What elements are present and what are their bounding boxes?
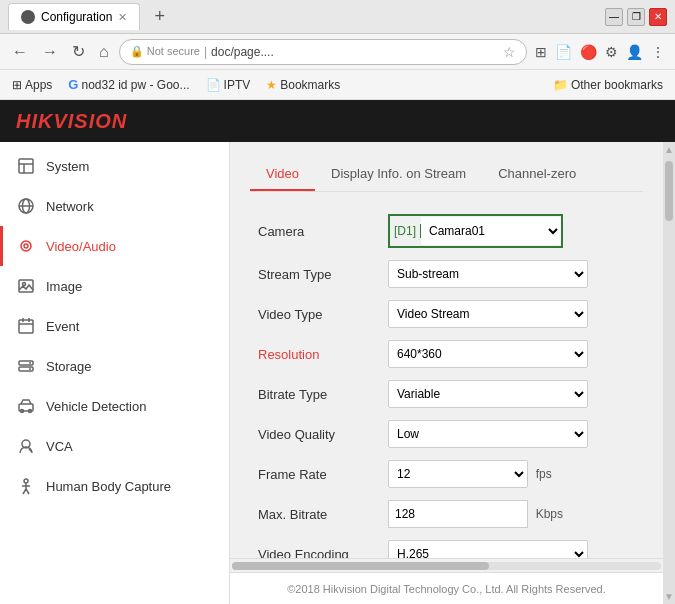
frame-rate-value: 12 fps [380,454,643,494]
tab-video[interactable]: Video [250,158,315,191]
tab-display-info[interactable]: Display Info. on Stream [315,158,482,191]
event-icon [16,316,36,336]
title-bar: Configuration ✕ + — ❐ ✕ [0,0,675,34]
sidebar-item-system[interactable]: System [0,146,229,186]
bookmark-google[interactable]: G nod32 id pw - Goo... [64,75,193,94]
bookmark-apps[interactable]: ⊞ Apps [8,76,56,94]
resolution-row: Resolution 640*360 [250,334,643,374]
resolution-select[interactable]: 640*360 [388,340,588,368]
sidebar-storage-label: Storage [46,359,92,374]
resolution-label: Resolution [250,334,380,374]
svg-line-27 [26,489,29,494]
extension-icon-4[interactable]: ⚙ [603,42,620,62]
hscroll-track [232,562,661,570]
sidebar-item-storage[interactable]: Storage [0,346,229,386]
network-icon [16,196,36,216]
image-icon [16,276,36,296]
camera-d1-label: [D1] [390,224,421,238]
stream-type-row: Stream Type Sub-stream [250,254,643,294]
content-area: Video Display Info. on Stream Channel-ze… [230,142,663,604]
video-quality-value: Low [380,414,643,454]
bitrate-type-label: Bitrate Type [250,374,380,414]
browser-tab[interactable]: Configuration ✕ [8,3,140,30]
scroll-up-arrow[interactable]: ▲ [664,144,674,155]
kbps-label: Kbps [536,507,563,521]
tab-channel-zero[interactable]: Channel-zero [482,158,592,191]
address-bar[interactable]: 🔒 Not secure | doc/page.... ☆ [119,39,527,65]
stream-type-value: Sub-stream [380,254,643,294]
video-encoding-value: H.265 [380,534,643,558]
svg-point-17 [29,368,31,370]
scroll-area: Video Display Info. on Stream Channel-ze… [230,142,663,558]
svg-point-7 [24,244,28,248]
bookmark-bookmarks-label: Bookmarks [280,78,340,92]
hikvision-logo: HIKVISION [16,110,127,133]
svg-point-16 [29,362,31,364]
sidebar-vehicle-label: Vehicle Detection [46,399,146,414]
extension-icon-3[interactable]: 🔴 [578,42,599,62]
bookmark-star-icon[interactable]: ☆ [503,44,516,60]
minimize-button[interactable]: — [605,8,623,26]
nav-icons: ⊞ 📄 🔴 ⚙ 👤 ⋮ [533,42,667,62]
user-icon[interactable]: 👤 [624,42,645,62]
address-text: doc/page.... [211,45,274,59]
video-quality-select[interactable]: Low [388,420,588,448]
frame-rate-select[interactable]: 12 [388,460,528,488]
video-type-row: Video Type Video Stream [250,294,643,334]
sidebar-item-image[interactable]: Image [0,266,229,306]
camera-value: [D1] Camara01 [380,208,643,254]
video-type-label: Video Type [250,294,380,334]
max-bitrate-input[interactable] [388,500,528,528]
video-encoding-select[interactable]: H.265 [388,540,588,558]
bookmark-other[interactable]: 📁 Other bookmarks [549,76,667,94]
sidebar-item-event[interactable]: Event [0,306,229,346]
sidebar-item-human-body[interactable]: Human Body Capture [0,466,229,506]
tab-favicon [21,10,35,24]
close-button[interactable]: ✕ [649,8,667,26]
menu-icon[interactable]: ⋮ [649,42,667,62]
folder-icon: 📁 [553,78,568,92]
camera-row: Camera [D1] Camara01 [250,208,643,254]
camera-label: Camera [250,208,380,254]
scroll-thumb[interactable] [665,161,673,221]
extension-icon-2[interactable]: 📄 [553,42,574,62]
sidebar-human-label: Human Body Capture [46,479,171,494]
tab-close-button[interactable]: ✕ [118,11,127,24]
video-encoding-row: Video Encoding H.265 [250,534,643,558]
vehicle-icon [16,396,36,416]
sidebar-item-video-audio[interactable]: Video/Audio [0,226,229,266]
horizontal-scrollbar[interactable] [230,558,663,572]
svg-line-26 [23,489,26,494]
main-area: System Network Video/Audio [0,142,675,604]
svg-rect-0 [19,159,33,173]
scroll-down-arrow[interactable]: ▼ [664,591,674,602]
sidebar-item-vehicle-detection[interactable]: Vehicle Detection [0,386,229,426]
settings-form: Camera [D1] Camara01 [250,208,643,558]
sidebar-item-network[interactable]: Network [0,186,229,226]
system-icon [16,156,36,176]
maximize-button[interactable]: ❐ [627,8,645,26]
sidebar-video-audio-label: Video/Audio [46,239,116,254]
back-button[interactable]: ← [8,41,32,63]
vertical-scrollbar[interactable]: ▲ ▼ [663,142,675,604]
camera-select[interactable]: Camara01 [421,217,561,245]
apps-icon: ⊞ [12,78,22,92]
extension-icon-1[interactable]: ⊞ [533,42,549,62]
bookmark-bookmarks[interactable]: ★ Bookmarks [262,76,344,94]
forward-button[interactable]: → [38,41,62,63]
tab-bar: Video Display Info. on Stream Channel-ze… [250,158,643,192]
frame-rate-row: Frame Rate 12 fps [250,454,643,494]
new-tab-button[interactable]: + [146,4,173,29]
sidebar-event-label: Event [46,319,79,334]
nav-bar: ← → ↻ ⌂ 🔒 Not secure | doc/page.... ☆ ⊞ … [0,34,675,70]
video-type-select[interactable]: Video Stream [388,300,588,328]
bitrate-type-select[interactable]: Variable [388,380,588,408]
hscroll-thumb[interactable] [232,562,489,570]
svg-point-23 [24,479,28,483]
home-button[interactable]: ⌂ [95,41,113,63]
reload-button[interactable]: ↻ [68,40,89,63]
stream-type-select[interactable]: Sub-stream [388,260,588,288]
video-encoding-label: Video Encoding [250,534,380,558]
bookmark-iptv[interactable]: 📄 IPTV [202,76,255,94]
sidebar-item-vca[interactable]: VCA [0,426,229,466]
